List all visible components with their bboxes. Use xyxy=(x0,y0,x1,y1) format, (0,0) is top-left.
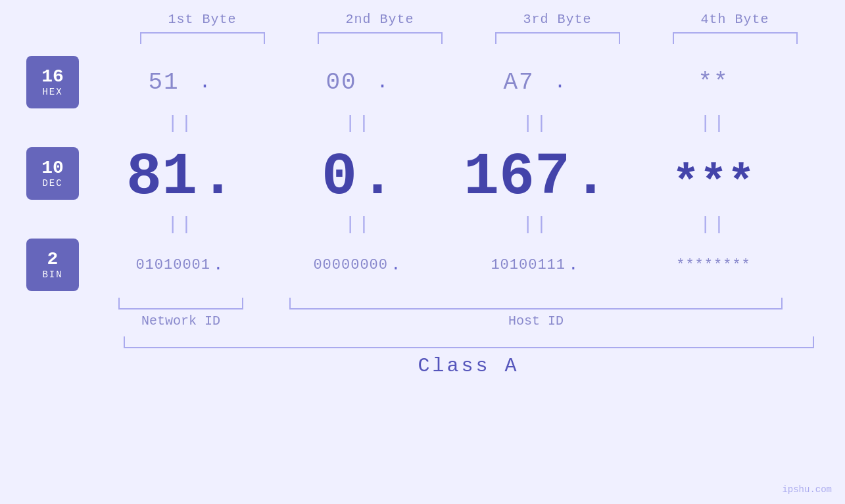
hex-b3-cell: A7 . xyxy=(447,69,625,96)
hex-base-num: 16 xyxy=(41,67,64,87)
hex-badge-container: 16 HEX xyxy=(0,56,92,108)
bottom-brackets xyxy=(92,298,802,309)
bin-b1-cell: 01010001 . xyxy=(92,255,270,275)
hex-base-label: HEX xyxy=(42,87,62,97)
bin-base-num: 2 xyxy=(47,250,59,270)
bin-b4-cell: ******** xyxy=(625,257,802,273)
bin-b2-value: 00000000 xyxy=(313,257,388,273)
dec-badge: 10 DEC xyxy=(26,147,79,200)
host-id-label: Host ID xyxy=(270,313,802,329)
bin-badge: 2 BIN xyxy=(26,239,79,291)
hex-row: 16 HEX 51 . 00 . A7 . ** xyxy=(0,56,845,108)
top-brackets xyxy=(0,32,845,44)
byte-headers: 1st Byte 2nd Byte 3rd Byte 4th Byte xyxy=(0,0,845,27)
hex-dot1: . xyxy=(199,71,211,93)
dec-dot1: . xyxy=(200,148,235,207)
hex-dot2: . xyxy=(377,71,389,93)
bracket-bottom-network xyxy=(92,298,270,309)
dec-base-label: DEC xyxy=(42,178,62,189)
dec-b4-value: *** xyxy=(672,161,755,207)
bracket-top-2 xyxy=(291,32,469,44)
dec-dot2: . xyxy=(360,148,395,207)
hex-dot3: . xyxy=(554,71,566,93)
big-bracket xyxy=(124,336,814,348)
hex-b2-value: 00 xyxy=(326,69,356,96)
bracket-top-1 xyxy=(114,32,291,44)
sep-hex-dec-4: || xyxy=(625,113,802,133)
dec-b1-value: 81 xyxy=(126,148,197,207)
bin-dot1: . xyxy=(213,255,224,275)
byte1-header: 1st Byte xyxy=(114,12,291,27)
bin-values: 01010001 . 00000000 . 10100111 . *******… xyxy=(92,255,845,275)
sep-dec-bin-4: || xyxy=(625,214,802,235)
byte2-header: 2nd Byte xyxy=(291,12,469,27)
hex-badge: 16 HEX xyxy=(26,56,79,108)
hex-values: 51 . 00 . A7 . ** xyxy=(92,69,845,96)
bracket-top-inner-3 xyxy=(495,32,620,44)
sep-dec-bin-1: || xyxy=(92,214,270,235)
bracket-inner-network xyxy=(118,298,243,309)
bracket-top-inner-4 xyxy=(673,32,798,44)
bracket-inner-host xyxy=(289,298,783,309)
bracket-top-inner-2 xyxy=(318,32,443,44)
bin-badge-container: 2 BIN xyxy=(0,239,92,291)
bin-dot2: . xyxy=(391,255,401,275)
class-label: Class A xyxy=(0,355,845,377)
bracket-top-3 xyxy=(469,32,646,44)
sep-hex-dec-3: || xyxy=(447,113,625,133)
byte3-header: 3rd Byte xyxy=(469,12,646,27)
hex-b2-cell: 00 . xyxy=(270,69,447,96)
bin-row: 2 BIN 01010001 . 00000000 . 10100111 . *… xyxy=(0,239,845,291)
id-labels: Network ID Host ID xyxy=(92,313,802,329)
bin-dot3: . xyxy=(568,255,579,275)
dec-b4-cell: *** xyxy=(625,137,802,210)
bin-b1-value: 01010001 xyxy=(135,257,210,273)
dec-b1-cell: 81 . xyxy=(92,137,270,210)
bracket-top-inner-1 xyxy=(140,32,265,44)
bin-b3-cell: 10100111 . xyxy=(447,255,625,275)
dec-b2-cell: 0 . xyxy=(270,137,447,210)
watermark: ipshu.com xyxy=(782,484,832,495)
bin-b2-cell: 00000000 . xyxy=(270,255,447,275)
hex-b1-cell: 51 . xyxy=(92,69,270,96)
bin-b3-value: 10100111 xyxy=(491,257,566,273)
sep-hex-dec: || || || || xyxy=(0,108,845,137)
bin-base-label: BIN xyxy=(42,269,62,280)
big-bracket-row xyxy=(0,336,845,348)
sep-dec-bin-3: || xyxy=(447,214,625,235)
main-container: 1st Byte 2nd Byte 3rd Byte 4th Byte 16 H… xyxy=(0,0,845,504)
dec-b3-cell: 167 . xyxy=(447,137,625,210)
bin-b4-value: ******** xyxy=(676,257,751,273)
dec-values: 81 . 0 . 167 . *** xyxy=(92,137,845,210)
sep-dec-bin: || || || || xyxy=(0,210,845,239)
hex-b3-value: A7 xyxy=(503,69,534,96)
sep-dec-bin-2: || xyxy=(270,214,447,235)
hex-b1-value: 51 xyxy=(148,69,179,96)
dec-dot3: . xyxy=(573,148,608,207)
bracket-bottom-host xyxy=(270,298,802,309)
dec-row: 10 DEC 81 . 0 . 167 . *** xyxy=(0,137,845,210)
hex-b4-cell: ** xyxy=(625,69,802,96)
dec-b3-value: 167 xyxy=(464,148,570,207)
dec-base-num: 10 xyxy=(41,158,64,179)
sep-hex-dec-1: || xyxy=(92,113,270,133)
dec-badge-container: 10 DEC xyxy=(0,147,92,200)
network-id-label: Network ID xyxy=(92,313,270,329)
sep-hex-dec-2: || xyxy=(270,113,447,133)
bracket-top-4 xyxy=(646,32,824,44)
dec-b2-value: 0 xyxy=(322,148,357,207)
byte4-header: 4th Byte xyxy=(646,12,824,27)
hex-b4-value: ** xyxy=(698,69,729,96)
bottom-section: Network ID Host ID xyxy=(0,298,845,329)
